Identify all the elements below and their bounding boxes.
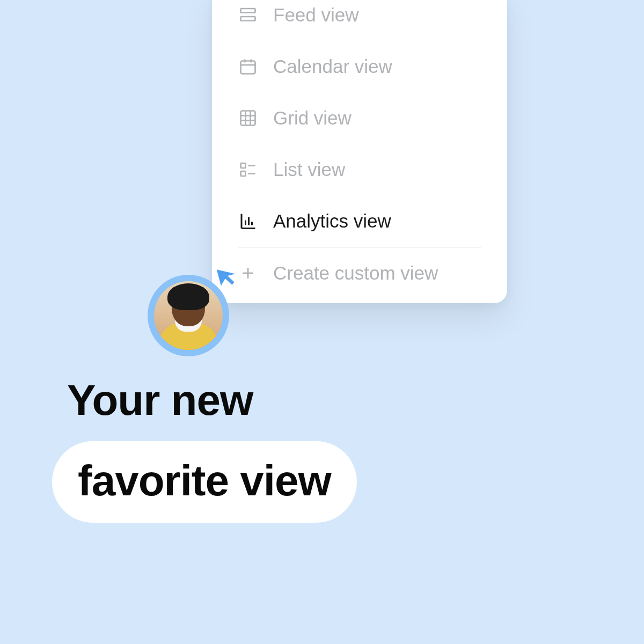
svg-rect-11	[241, 163, 246, 168]
menu-item-label: Create custom view	[273, 262, 438, 284]
menu-item-label: Feed view	[273, 4, 359, 26]
headline-line-1: Your new	[67, 376, 357, 425]
svg-rect-2	[241, 61, 255, 74]
menu-item-label: List view	[273, 159, 345, 180]
menu-item-label: Analytics view	[273, 210, 391, 232]
view-dropdown-menu: Feed view Calendar view Grid view	[212, 0, 507, 303]
svg-rect-6	[241, 111, 255, 126]
svg-rect-0	[241, 9, 255, 13]
calendar-icon	[238, 56, 258, 77]
headline: Your new favorite view	[67, 376, 357, 523]
menu-item-feed-view[interactable]: Feed view	[212, 0, 507, 41]
svg-rect-1	[241, 17, 255, 21]
headline-line-2: favorite view	[78, 457, 331, 504]
feed-icon	[238, 5, 258, 25]
menu-item-list-view[interactable]: List view	[212, 144, 507, 195]
menu-item-label: Grid view	[273, 107, 352, 129]
menu-item-create-custom-view[interactable]: Create custom view	[212, 247, 507, 299]
menu-item-grid-view[interactable]: Grid view	[212, 92, 507, 144]
menu-item-calendar-view[interactable]: Calendar view	[212, 41, 507, 92]
svg-rect-12	[241, 171, 246, 176]
list-icon	[238, 159, 258, 180]
grid-icon	[238, 108, 258, 128]
menu-item-label: Calendar view	[273, 56, 392, 77]
menu-item-analytics-view[interactable]: Analytics view	[212, 195, 507, 247]
headline-pill: favorite view	[52, 441, 357, 523]
plus-icon	[238, 263, 258, 283]
analytics-icon	[238, 211, 258, 231]
